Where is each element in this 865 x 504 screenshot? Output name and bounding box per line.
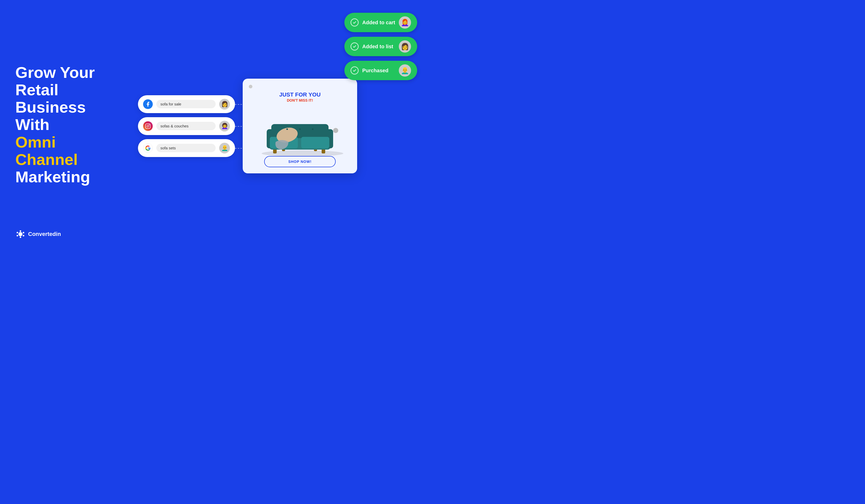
- badge-label-list: Added to list: [362, 44, 395, 49]
- ad-subtitle: DON'T MISS IT!: [249, 98, 351, 102]
- svg-point-19: [19, 232, 22, 236]
- status-badges-container: Added to cart 👩‍🦰 Added to list 👩: [344, 13, 417, 80]
- check-icon-list: [350, 43, 359, 50]
- instagram-icon: [143, 121, 153, 131]
- google-user-avatar: 👨‍🦲: [219, 143, 230, 153]
- purchased-badge: Purchased 👨‍🦲: [344, 61, 417, 80]
- svg-point-25: [16, 232, 18, 233]
- google-icon: [143, 143, 153, 153]
- google-search-input: sofa sets: [156, 144, 216, 152]
- avatar-face: 👩: [219, 99, 230, 109]
- facebook-search-card: sofa for sale 👩: [138, 95, 235, 113]
- shop-now-button[interactable]: SHOP NOW!: [264, 156, 336, 167]
- check-icon-cart: [350, 19, 359, 26]
- main-container: Grow Your Retail Business With Omni Chan…: [0, 0, 432, 252]
- instagram-search-card: sofas & couches 👩‍🦱: [138, 117, 235, 135]
- svg-point-20: [20, 230, 21, 232]
- badge-label-cart: Added to cart: [362, 20, 395, 25]
- svg-point-21: [23, 232, 24, 233]
- svg-point-15: [286, 128, 288, 130]
- ad-card-section: JUST FOR YOU DON'T MISS IT!: [243, 79, 357, 173]
- badge-avatar-cart: 👩‍🦰: [399, 16, 411, 28]
- added-to-list-badge: Added to list 👩: [344, 37, 417, 56]
- ad-title: JUST FOR YOU: [249, 91, 351, 98]
- svg-point-2: [149, 124, 150, 125]
- svg-point-1: [147, 125, 149, 127]
- google-search-card: sofa sets 👨‍🦲: [138, 139, 235, 157]
- svg-point-18: [333, 128, 338, 133]
- svg-point-24: [16, 235, 18, 236]
- sofa-image: [249, 105, 351, 156]
- left-section: Grow Your Retail Business With Omni Chan…: [15, 64, 123, 188]
- avatar-face: 👨‍🦲: [219, 143, 230, 153]
- logo-text: Convertedin: [28, 231, 61, 237]
- headline: Grow Your Retail Business With Omni Chan…: [15, 64, 123, 186]
- avatar-face: 👩‍🦱: [219, 121, 230, 131]
- badge-avatar-purchased: 👨‍🦲: [399, 65, 411, 77]
- facebook-search-input: sofa for sale: [156, 100, 216, 108]
- headline-yellow: Omni Channel: [15, 133, 78, 168]
- headline-line4: Marketing: [15, 168, 90, 186]
- headline-line2: Business With: [15, 98, 86, 133]
- facebook-icon: [143, 99, 153, 109]
- svg-point-22: [23, 235, 24, 236]
- svg-point-16: [299, 128, 301, 130]
- instagram-search-input: sofas & couches: [156, 122, 216, 130]
- svg-point-17: [312, 128, 313, 130]
- badge-avatar-list: 👩: [399, 40, 411, 52]
- svg-point-23: [20, 236, 21, 238]
- ad-card: JUST FOR YOU DON'T MISS IT!: [243, 79, 357, 173]
- svg-rect-13: [301, 137, 329, 148]
- badge-label-purchased: Purchased: [362, 68, 395, 73]
- added-to-cart-badge: Added to cart 👩‍🦰: [344, 13, 417, 32]
- facebook-user-avatar: 👩: [219, 99, 230, 109]
- search-bars-section: sofa for sale 👩 sofas & couches 👩‍🦱: [138, 95, 235, 157]
- instagram-user-avatar: 👩‍🦱: [219, 121, 230, 131]
- check-icon-purchased: [350, 66, 359, 74]
- logo: Convertedin: [15, 229, 61, 239]
- svg-rect-0: [146, 124, 150, 128]
- headline-line1: Grow Your Retail: [15, 63, 95, 98]
- ad-dot: [249, 85, 252, 88]
